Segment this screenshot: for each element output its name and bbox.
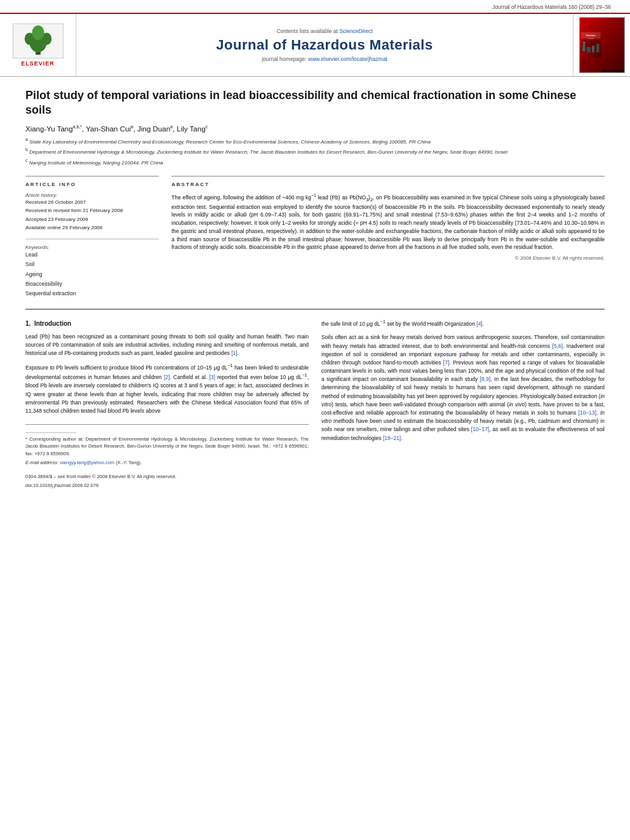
author-3: Jing Duana xyxy=(137,125,173,133)
ref-8-9: [8,9] xyxy=(480,376,491,382)
article-info-col: ARTICLE INFO Article history: Received 2… xyxy=(25,176,159,299)
ref-18-21: [18–21] xyxy=(383,435,401,441)
keyword-sequential: Sequential extraction xyxy=(25,289,159,298)
affil-b: b Department of Environmental Hydrology … xyxy=(25,147,605,156)
ref-2: [2] xyxy=(164,374,170,380)
intro-para-1: Lead (Pb) has been recognized as a conta… xyxy=(25,333,309,358)
received-date: Received 26 October 2007 xyxy=(25,198,159,207)
svg-text:Materials: Materials xyxy=(587,37,594,39)
abstract-text: The effect of ageing, following the addi… xyxy=(171,192,605,252)
author-4: Lily Tangc xyxy=(177,125,208,133)
footnote-area: * Corresponding author at: Department of… xyxy=(25,424,309,490)
sciencedirect-line: Contents lists available at ScienceDirec… xyxy=(276,28,372,34)
abstract-col: ABSTRACT The effect of ageing, following… xyxy=(171,176,605,299)
keyword-soil: Soil xyxy=(25,260,159,269)
author-2: Yan-Shan Cuia xyxy=(86,125,133,133)
sciencedirect-link[interactable]: ScienceDirect xyxy=(339,28,372,34)
ref-7: [7] xyxy=(443,359,449,366)
homepage-link[interactable]: www.elsevier.com/locate/jhazmat xyxy=(308,56,387,62)
affiliations-block: a State Key Laboratory of Environmental … xyxy=(25,137,605,167)
authors-line: Xiang-Yu Tanga,b,*, Yan-Shan Cuia, Jing … xyxy=(25,124,605,133)
keyword-lead: Lead xyxy=(25,250,159,260)
ref-10-13: [10–13] xyxy=(579,410,596,416)
page-wrapper: Journal of Hazardous Materials 160 (2008… xyxy=(0,0,630,840)
right-para-2: Soils often act as a sink for heavy meta… xyxy=(321,333,605,442)
intro-section-title: 1. Introduction xyxy=(25,319,309,329)
available-date: Available online 29 February 2008 xyxy=(25,223,159,232)
ref-4: [4] xyxy=(476,321,482,327)
svg-rect-15 xyxy=(592,46,594,53)
header-center: Contents lists available at ScienceDirec… xyxy=(76,14,573,76)
header-bar: ELSEVIER Contents lists available at Sci… xyxy=(0,13,630,77)
author-1: Xiang-Yu Tanga,b,* xyxy=(25,125,82,133)
journal-ref-top: Journal of Hazardous Materials 160 (2008… xyxy=(0,0,630,13)
journal-cover-label xyxy=(601,70,624,72)
main-content: Pilot study of temporal variations in le… xyxy=(0,77,630,498)
body-left-col: 1. Introduction Lead (Pb) has been recog… xyxy=(25,319,309,491)
footer-copyright: 0304-3894/$ – see front matter © 2008 El… xyxy=(25,473,309,480)
article-title: Pilot study of temporal variations in le… xyxy=(25,88,605,118)
footer-doi: doi:10.1016/j.jhazmat.2008.02.076 xyxy=(25,482,309,489)
abstract-copyright: © 2008 Elsevier B.V. All rights reserved… xyxy=(171,255,605,261)
affil-a: a State Key Laboratory of Environmental … xyxy=(25,137,605,146)
footnote-email: E-mail address: xiangyy.tang@yahoo.com (… xyxy=(25,459,309,466)
keyword-ageing: Ageing xyxy=(25,270,159,279)
elsevier-logo: ELSEVIER xyxy=(13,23,64,67)
elsevier-logo-image xyxy=(13,23,64,58)
article-info-heading: ARTICLE INFO xyxy=(25,182,159,187)
keywords-label: Keywords: xyxy=(25,244,159,250)
article-info-abstract-section: ARTICLE INFO Article history: Received 2… xyxy=(25,176,605,299)
ref-1: [1] xyxy=(231,350,237,356)
right-para-1: the safe limit of 10 μg dL−1 set by the … xyxy=(321,319,605,328)
svg-text:Hazardous: Hazardous xyxy=(586,34,595,37)
journal-homepage: journal homepage: www.elsevier.com/locat… xyxy=(262,56,387,62)
revised-date: Received in revised form 21 February 200… xyxy=(25,206,159,215)
body-right-col: the safe limit of 10 μg dL−1 set by the … xyxy=(321,319,605,491)
ref-10-17: [10–17] xyxy=(471,426,489,432)
footnote-divider xyxy=(25,432,76,433)
abstract-heading: ABSTRACT xyxy=(171,182,605,187)
header-left: ELSEVIER xyxy=(0,14,76,76)
affil-c: c Nanjing Institute of Meteorology, Nanj… xyxy=(25,157,605,167)
keyword-bioaccessibility: Bioaccessibility xyxy=(25,279,159,289)
intro-para-2: Exposure to Pb levels sufficient to prod… xyxy=(25,363,309,415)
elsevier-text: ELSEVIER xyxy=(21,60,55,67)
journal-cover-image: Hazardous Materials xyxy=(579,17,625,73)
journal-title-header: Journal of Hazardous Materials xyxy=(216,37,432,53)
svg-point-5 xyxy=(32,25,44,40)
footnote-corresponding: * Corresponding author at: Department of… xyxy=(25,436,309,457)
accepted-date: Accepted 23 February 2008 xyxy=(25,215,159,224)
header-right: Hazardous Materials xyxy=(573,14,630,76)
ref-3: [3] xyxy=(209,374,215,380)
svg-point-13 xyxy=(582,42,586,44)
journal-ref-text: Journal of Hazardous Materials 160 (2008… xyxy=(492,4,611,10)
ref-5-6: [5,6] xyxy=(553,343,563,349)
svg-rect-16 xyxy=(596,44,599,52)
article-history-block: Article history: Received 26 October 200… xyxy=(25,192,159,232)
body-columns: 1. Introduction Lead (Pb) has been recog… xyxy=(25,319,605,491)
svg-rect-11 xyxy=(582,44,585,51)
body-divider xyxy=(25,309,605,310)
info-divider xyxy=(25,239,159,239)
article-history-label: Article history: xyxy=(25,192,159,198)
email-address: xiangyy.tang@yahoo.com xyxy=(60,460,114,465)
svg-rect-14 xyxy=(586,47,591,53)
keywords-block: Keywords: Lead Soil Ageing Bioaccessibil… xyxy=(25,244,159,298)
